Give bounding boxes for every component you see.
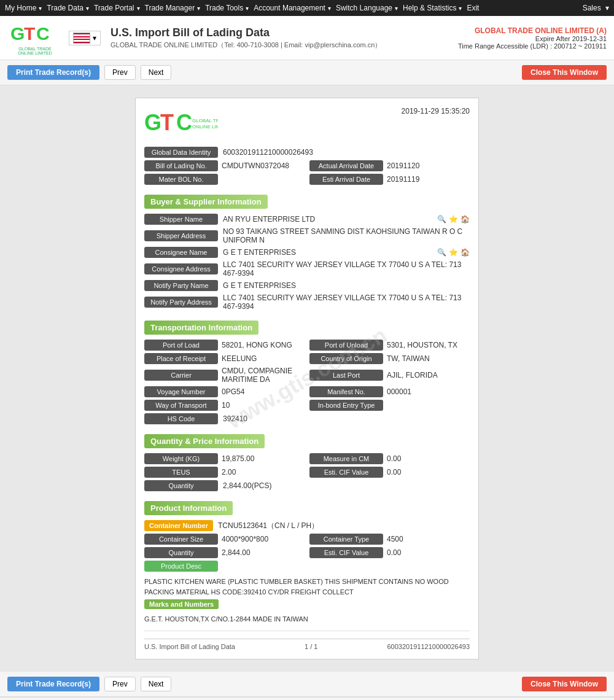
toolbar-bottom: Print Trade Record(s) Prev Next Close Th… — [0, 672, 614, 697]
quantity2-group: Quantity 2,844.00 — [144, 547, 305, 558]
container-size-value: 4000*900*800 — [222, 535, 305, 543]
quantity-label: Quantity — [144, 480, 218, 491]
star-icon[interactable]: ⭐ — [449, 215, 458, 224]
company-logo: G T C GLOBAL TRADE ONLINE LIMITED — [7, 21, 63, 55]
port-load-label: Port of Load — [144, 340, 218, 351]
product-desc-text: PLASTIC KITCHEN WARE (PLASTIC TUMBLER BA… — [144, 574, 470, 599]
consignee-search-icon[interactable]: 🔍 — [437, 248, 446, 257]
origin-label: Country of Origin — [309, 353, 383, 364]
way-transport-value: 10 — [222, 401, 305, 410]
next-button-bottom[interactable]: Next — [141, 677, 172, 691]
prev-button-top[interactable]: Prev — [104, 65, 136, 80]
master-esti-row: Mater BOL No. Esti Arrival Date 20191119 — [144, 174, 470, 185]
nav-arrow-7: ▾ — [459, 5, 462, 12]
nav-sales-arrow: ▾ — [605, 4, 609, 12]
search-icon[interactable]: 🔍 — [437, 215, 446, 224]
global-data-identity-label: Global Data Identity — [144, 147, 218, 158]
home-icon[interactable]: 🏠 — [460, 215, 470, 224]
page-subtitle: GLOBAL TRADE ONLINE LIMITED（Tel: 400-710… — [111, 41, 381, 50]
quantity-value: 2,844.00(PCS) — [223, 481, 470, 490]
logo-area: G T C GLOBAL TRADE ONLINE LIMITED ▾ — [7, 21, 101, 55]
ldr-range: Time Range Accessible (LDR) : 200712 ~ 2… — [458, 42, 607, 50]
site-footer: 苏ICP备14033305号 Company Website | Global … — [0, 697, 614, 701]
nav-trade-portal[interactable]: Trade Portal — [94, 4, 134, 12]
notify-name-value: G E T ENTERPRISES — [223, 281, 470, 290]
logo-subtitle: GLOBAL TRADE ONLINE LIMITED — [10, 47, 60, 55]
way-inbond-row: Way of Transport 10 In-bond Entry Type — [144, 400, 470, 411]
consignee-star-icon[interactable]: ⭐ — [449, 248, 458, 257]
quantity2-label: Quantity — [144, 547, 218, 558]
consignee-home-icon[interactable]: 🏠 — [460, 248, 470, 257]
record-datetime: 2019-11-29 15:35:20 — [402, 107, 470, 115]
close-button-bottom[interactable]: Close This Window — [522, 677, 607, 691]
nav-trade-manager[interactable]: Trade Manager — [145, 4, 195, 12]
inbond-group: In-bond Entry Type — [309, 400, 470, 411]
company-name: GLOBAL TRADE ONLINE LIMITED (A) — [458, 26, 607, 35]
page-header: G T C GLOBAL TRADE ONLINE LIMITED ▾ U.S.… — [0, 16, 614, 60]
nav-arrow-1: ▾ — [86, 5, 89, 12]
print-button-bottom[interactable]: Print Trade Record(s) — [7, 677, 99, 691]
measure-label: Measure in CM — [309, 453, 383, 464]
container-number-row: Container Number TCNU5123641（CN / L / PH… — [144, 520, 470, 531]
container-type-group: Container Type 4500 — [309, 534, 470, 545]
page-title-area: U.S. Import Bill of Lading Data GLOBAL T… — [111, 26, 381, 50]
quantity-price-title: Quantity & Price Information — [144, 434, 265, 448]
container-size-type-row: Container Size 4000*900*800 Container Ty… — [144, 534, 470, 545]
nav-help-statistics[interactable]: Help & Statistics — [403, 4, 456, 12]
hs-code-row: HS Code 392410 — [144, 413, 470, 424]
shipper-icons: 🔍 ⭐ 🏠 — [437, 215, 470, 224]
nav-account-management[interactable]: Account Management — [254, 4, 325, 12]
actual-arrival-value: 20191120 — [387, 161, 470, 170]
esti-arrival-group: Esti Arrival Date 20191119 — [309, 174, 470, 185]
svg-text:G: G — [144, 110, 161, 135]
esti-cif2-value: 0.00 — [387, 548, 470, 557]
measure-value: 0.00 — [387, 454, 470, 463]
container-size-group: Container Size 4000*900*800 — [144, 534, 305, 545]
nav-switch-language[interactable]: Switch Language — [336, 4, 392, 12]
origin-value: TW, TAIWAN — [387, 354, 470, 363]
next-button-top[interactable]: Next — [141, 65, 172, 80]
svg-text:G: G — [10, 23, 25, 44]
quantity2-value: 2,844.00 — [222, 548, 305, 557]
consignee-name-row: Consignee Name G E T ENTERPRISES 🔍 ⭐ 🏠 — [144, 247, 470, 258]
port-unload-value: 5301, HOUSTON, TX — [387, 341, 470, 349]
weight-value: 19,875.00 — [222, 454, 305, 463]
esti-cif-label: Esti. CIF Value — [309, 467, 383, 478]
container-size-label: Container Size — [144, 534, 218, 545]
nav-trade-tools[interactable]: Trade Tools — [205, 4, 243, 12]
shipper-address-value: NO 93 TAIKANG STREET SANMING DIST KAOHSI… — [223, 227, 470, 244]
shipper-address-label: Shipper Address — [144, 230, 218, 241]
teus-cif-row: TEUS 2.00 Esti. CIF Value 0.00 — [144, 467, 470, 478]
weight-measure-row: Weight (KG) 19,875.00 Measure in CM 0.00 — [144, 453, 470, 464]
nav-arrow-6: ▾ — [395, 5, 398, 12]
print-button-top[interactable]: Print Trade Record(s) — [7, 65, 99, 80]
esti-cif-group: Esti. CIF Value 0.00 — [309, 467, 470, 478]
toolbar-top: Print Trade Record(s) Prev Next Close Th… — [0, 60, 614, 85]
quantity-row: Quantity 2,844.00(PCS) — [144, 480, 470, 491]
bol-no-group: Bill of Lading No. CMDUTWN0372048 — [144, 160, 305, 171]
nav-trade-data[interactable]: Trade Data — [47, 4, 84, 12]
close-button-top[interactable]: Close This Window — [522, 65, 607, 80]
nav-exit[interactable]: Exit — [467, 4, 479, 12]
container-number-label: Container Number — [144, 520, 213, 531]
nav-my-home[interactable]: My Home — [5, 4, 36, 12]
port-unload-group: Port of Unload 5301, HOUSTON, TX — [309, 340, 470, 351]
master-bol-label: Mater BOL No. — [144, 174, 218, 185]
esti-arrival-value: 20191119 — [387, 175, 470, 184]
flag-arrow: ▾ — [93, 34, 96, 42]
carrier-label: Carrier — [144, 370, 218, 381]
nav-arrow-0: ▾ — [39, 5, 42, 12]
receipt-label: Place of Receipt — [144, 353, 218, 364]
expire-date: Expire After 2019-12-31 — [458, 35, 607, 42]
flag-selector[interactable]: ▾ — [69, 31, 101, 45]
record-footer-id: 6003201911210000026493 — [387, 643, 470, 650]
actual-arrival-label: Actual Arrival Date — [309, 160, 383, 171]
lastport-group: Last Port AJIL, FLORIDA — [309, 367, 470, 384]
way-transport-label: Way of Transport — [144, 400, 218, 411]
nav-sales[interactable]: Sales — [583, 4, 601, 12]
lastport-value: AJIL, FLORIDA — [387, 371, 470, 379]
hs-code-label: HS Code — [144, 413, 218, 424]
prev-button-bottom[interactable]: Prev — [104, 677, 136, 691]
svg-text:C: C — [36, 23, 50, 44]
container-number-value: TCNU5123641（CN / L / PH） — [218, 521, 470, 531]
